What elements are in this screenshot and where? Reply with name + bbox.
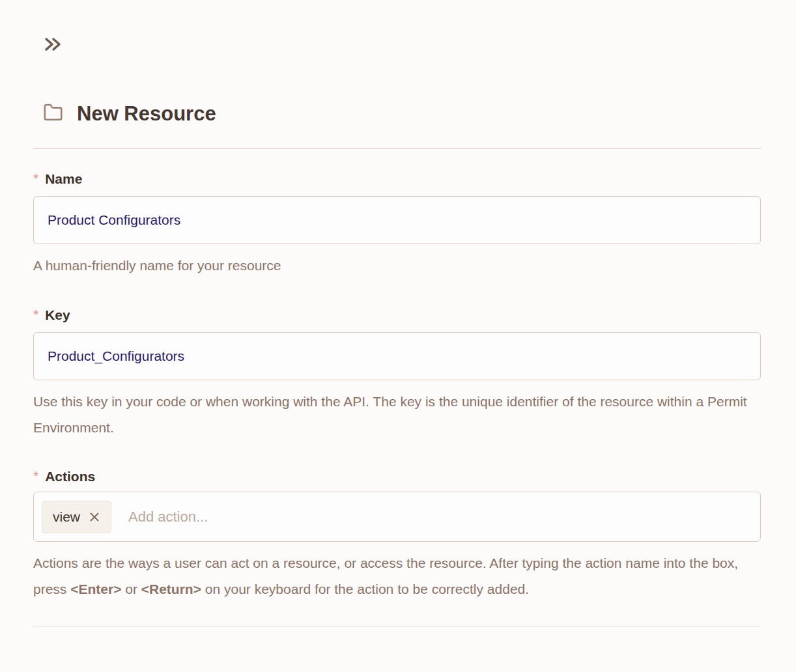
actions-label-row: * Actions [33,468,761,486]
footer-divider [33,626,761,627]
action-tag-chip: view [42,501,111,533]
name-input[interactable] [33,196,761,244]
page-title: New Resource [77,100,216,128]
new-resource-drawer: New Resource * Name A human-friendly nam… [0,0,796,672]
actions-tag-input-box[interactable]: view [33,492,761,542]
add-action-input[interactable] [127,508,752,526]
key-label: Key [45,306,70,324]
required-marker: * [33,169,38,188]
key-label-row: * Key [33,306,761,324]
required-marker: * [33,305,38,324]
name-helper-text: A human-friendly name for your resource [33,253,761,279]
name-label-row: * Name [33,170,761,188]
new-resource-form: * Name A human-friendly name for your re… [33,170,761,602]
actions-helper-text: Actions are the ways a user can act on a… [33,550,761,602]
remove-action-icon[interactable] [89,511,100,523]
drawer-header: New Resource [43,100,761,128]
actions-label: Actions [45,468,95,486]
folder-icon [43,104,63,124]
header-divider [33,148,761,149]
key-input[interactable] [33,332,761,380]
key-helper-text: Use this key in your code or when workin… [33,389,761,441]
required-marker: * [33,467,38,485]
action-tag-label: view [53,509,80,525]
return-key-hint: <Return> [141,581,201,596]
enter-key-hint: <Enter> [70,581,121,596]
collapse-drawer-button[interactable] [43,35,63,56]
name-label: Name [45,170,82,188]
double-chevron-right-icon [43,35,63,56]
